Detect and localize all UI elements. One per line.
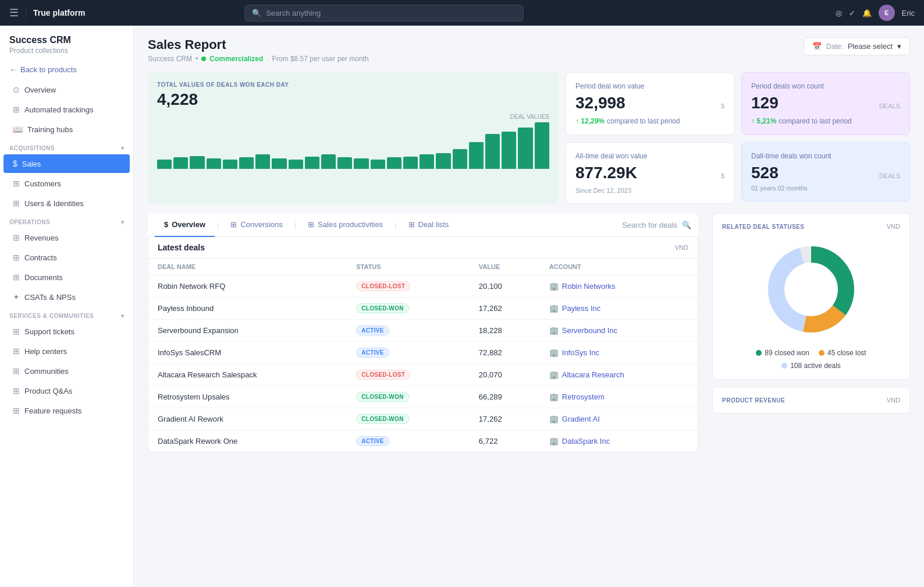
section-operations[interactable]: OPERATIONS ▾ — [0, 213, 133, 228]
trackings-icon: ⊞ — [13, 105, 20, 114]
tab-label: Conversions — [240, 220, 282, 229]
table-currency: VND — [675, 244, 688, 251]
account-icon: 🏢 — [549, 370, 559, 379]
sidebar-item-automated-trackings[interactable]: ⊞ Automated trackings — [3, 100, 130, 119]
nav-icon-check[interactable]: ✓ — [849, 9, 855, 17]
date-value: Please select — [848, 42, 893, 51]
tab-divider: | — [215, 221, 221, 229]
sidebar-item-label: Support tickets — [24, 327, 74, 336]
sidebar-item-communities[interactable]: ⊞ Communities — [3, 362, 130, 380]
sidebar-item-customers[interactable]: ⊞ Customers — [3, 174, 130, 193]
bar — [535, 122, 549, 169]
calendar-icon: 📅 — [812, 42, 822, 51]
deals-table: Deal name Status Value Account Robin Net… — [148, 259, 698, 452]
status-badge: ACTIVE — [356, 436, 389, 446]
sidebar-item-support-tickets[interactable]: ⊞ Support tickets — [3, 322, 130, 341]
bar — [436, 153, 450, 169]
sidebar-item-training-hubs[interactable]: 📖 Training hubs — [3, 120, 130, 139]
chevron-down-icon: ▾ — [897, 42, 901, 51]
deal-account-cell: 🏢Robin Networks — [540, 275, 698, 298]
nav-divider — [26, 6, 26, 20]
revenue-currency: VND — [887, 397, 900, 404]
stat-label: Period deal won value — [575, 82, 724, 90]
table-row[interactable]: Robin Network RFQ CLOSED-LOST 20,100 🏢Ro… — [148, 275, 698, 298]
legend-dot-active — [781, 363, 787, 369]
bar — [469, 142, 484, 169]
bar — [337, 157, 352, 169]
table-row[interactable]: InfoSys SalesCRM ACTIVE 72,882 🏢InfoSys … — [148, 342, 698, 364]
sidebar-item-product-qas[interactable]: ⊞ Product Q&As — [3, 381, 130, 400]
sidebar-item-revenues[interactable]: ⊞ Revenues — [3, 228, 130, 247]
sidebar-item-csats[interactable]: ✦ CSATs & NPSs — [3, 288, 130, 306]
search-icon[interactable]: 🔍 — [682, 221, 691, 229]
chart-value: 4,228 — [157, 90, 549, 109]
back-to-products-link[interactable]: ← Back to products — [0, 59, 133, 80]
stat-column-1: Period deal won value 32,998 $ ↑ 12,29% … — [566, 72, 734, 204]
bar-chart — [157, 122, 549, 169]
tab-overview[interactable]: $ Overview — [155, 213, 215, 237]
sidebar-item-sales[interactable]: $ Sales — [3, 154, 130, 173]
table-row[interactable]: Payless Inbound CLOSED-WON 17,262 🏢Payle… — [148, 298, 698, 320]
table-row[interactable]: Retrosystem Upsales CLOSED-WON 66,289 🏢R… — [148, 386, 698, 408]
sidebar-item-label: Feature requests — [24, 406, 81, 415]
hamburger-menu-icon[interactable]: ☰ — [9, 6, 19, 19]
deal-status-cell: CLOSED-LOST — [347, 364, 470, 386]
deal-value-cell: 17,262 — [470, 408, 540, 430]
tab-overview-icon: $ — [164, 220, 168, 229]
stat-since: Since Dec 12, 2023 — [575, 187, 724, 194]
deal-name-cell: Robin Network RFQ — [148, 275, 347, 298]
stat-label: Dall-time deals won count — [751, 152, 900, 160]
sidebar-item-documents[interactable]: ⊞ Documents — [3, 268, 130, 287]
avatar[interactable]: E — [879, 5, 895, 21]
status-badge: CLOSED-WON — [356, 392, 408, 402]
stat-value: 129 — [751, 94, 779, 112]
chevron-down-icon: ▾ — [121, 145, 125, 151]
table-header-row: Latest deals VND — [148, 237, 698, 259]
main-content: Sales Report Success CRM • Commercialize… — [134, 26, 924, 587]
sidebar-item-label: Communities — [24, 367, 69, 376]
search-box[interactable]: 🔍 Search anything — [244, 5, 524, 22]
nav-icon-compass[interactable]: ◎ — [836, 9, 842, 17]
bar — [207, 158, 221, 169]
sidebar-item-users-identities[interactable]: ⊞ Users & Identities — [3, 194, 130, 213]
tab-label: Sales productivities — [318, 220, 383, 229]
table-row[interactable]: Gradient AI Rework CLOSED-WON 17,262 🏢Gr… — [148, 408, 698, 430]
stat-label: All-time deal won value — [575, 152, 724, 160]
deal-status-cell: ACTIVE — [347, 430, 470, 452]
table-row[interactable]: DataSpark Rework One ACTIVE 6,722 🏢DataS… — [148, 430, 698, 452]
table-row[interactable]: Altacara Research Salespack CLOSED-LOST … — [148, 364, 698, 386]
date-filter[interactable]: 📅 Date: Please select ▾ — [804, 37, 910, 55]
tab-label: Deal lists — [418, 220, 449, 229]
sidebar-item-contracts[interactable]: ⊞ Contracts — [3, 248, 130, 267]
subtitle-sep: • — [196, 55, 198, 63]
bar — [223, 160, 237, 169]
tab-sales-productivities[interactable]: ⊞ Sales productivities — [298, 213, 392, 237]
content-row: $ Overview | ⊞ Conversions | ⊞ Sales pro… — [148, 213, 910, 452]
latest-deals-table: Latest deals VND Deal name Status Value … — [148, 237, 698, 452]
bar — [190, 156, 204, 169]
stat-label: Period deals won count — [751, 82, 900, 90]
sidebar-item-overview[interactable]: ⊙ Overview — [3, 80, 130, 99]
section-services-communities[interactable]: SERVICES & COMMUNITIES ▾ — [0, 307, 133, 321]
tab-deal-lists[interactable]: ⊞ Deal lists — [399, 213, 459, 237]
stats-row: TOTAL VALUES OF DEALS WON EACH DAY 4,228… — [148, 72, 910, 204]
bar — [403, 157, 418, 169]
deal-name-cell: Retrosystem Upsales — [148, 386, 347, 408]
communities-icon: ⊞ — [13, 366, 20, 376]
revenue-card-header: PRODUCT REVENUE VND — [722, 397, 900, 404]
subtitle-app: Success CRM — [148, 55, 192, 63]
chart-title: TOTAL VALUES OF DEALS WON EACH DAY — [157, 82, 549, 88]
sidebar-item-help-centers[interactable]: ⊞ Help centers — [3, 342, 130, 360]
change-label: compared to last period — [779, 117, 851, 125]
stat-value: 528 — [751, 164, 779, 182]
sidebar-item-feature-requests[interactable]: ⊞ Feature requests — [3, 401, 130, 420]
legend-label-active: 108 active deals — [790, 362, 841, 370]
table-row[interactable]: Serverbound Expansion ACTIVE 18,228 🏢Ser… — [148, 320, 698, 342]
status-commercialized: Commercialized — [209, 55, 263, 63]
nav-icon-bell[interactable]: 🔔 — [862, 9, 872, 17]
deal-account-cell: 🏢InfoSys Inc — [540, 342, 698, 364]
users-icon: ⊞ — [13, 199, 20, 208]
tab-conversions[interactable]: ⊞ Conversions — [221, 213, 292, 237]
section-acquisitions[interactable]: ACQUISITIONS ▾ — [0, 139, 133, 154]
top-navigation: ☰ True platform 🔍 Search anything ◎ ✓ 🔔 … — [0, 0, 924, 26]
